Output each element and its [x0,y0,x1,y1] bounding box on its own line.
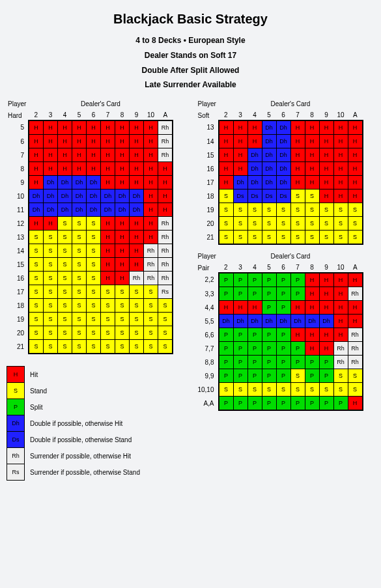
hard-cell: Rh [158,217,173,231]
soft-row-18: 18 [197,189,219,203]
hard-cell: H [44,162,58,176]
hard-cell: H [101,272,115,285]
hard-cell: H [144,231,158,244]
legend-swatch-S: S [7,383,25,399]
player-heading: Player [197,251,219,262]
pair-cell: H [305,301,319,315]
soft-cell: S [219,203,234,217]
hard-cell: S [130,340,144,354]
pair-cell: P [233,287,247,301]
pair-cell: P [233,273,247,287]
dealer-card-6: 6 [87,110,101,120]
dealer-heading: Dealer's Card [29,99,173,110]
pair-cell: S [233,383,247,397]
hard-cell: H [72,148,87,162]
legend-label-S: Stand [25,383,145,399]
soft-cell: Ds [233,189,247,203]
hard-cell: H [87,120,101,135]
hard-cell: S [58,244,72,258]
hard-cell: S [158,299,173,313]
soft-cell: S [290,189,305,203]
soft-cell: H [319,162,333,176]
soft-cell: H [219,148,234,162]
soft-row-17: 17 [197,176,219,189]
legend-table: HHitSStandPSplitDhDouble if possible, ot… [7,366,145,481]
hard-row-9: 9 [7,176,29,189]
hard-cell: S [87,258,101,272]
soft-cell: S [290,231,305,245]
hard-cell: H [130,244,144,258]
soft-cell: H [305,162,319,176]
pair-cell: P [247,369,262,383]
hard-cell: Dh [72,203,87,217]
pair-cell: P [290,273,305,287]
hard-cell: H [101,231,115,244]
dealer-heading: Dealer's Card [219,99,363,110]
hard-cell: S [29,340,44,354]
pair-cell: P [276,397,290,411]
pair-cell: H [290,328,305,342]
soft-cell: H [319,120,333,135]
soft-cell: H [333,189,348,203]
soft-cell: H [305,120,319,135]
dealer-card-9: 9 [319,110,333,120]
pair-cell: S [247,383,262,397]
hard-cell: Rh [158,120,173,135]
pair-cell: Rh [348,328,363,342]
hard-cell: S [44,326,58,340]
hard-cell: S [72,299,87,313]
pair-cell: S [333,383,348,397]
soft-cell: S [333,203,348,217]
legend-swatch-Ds: Ds [7,432,25,448]
hard-cell: S [58,231,72,244]
hard-row-16: 16 [7,272,29,285]
pair-cell: P [233,369,247,383]
dealer-card-7: 7 [290,110,305,120]
pair-cell: P [233,397,247,411]
hard-cell: H [72,120,87,135]
hard-cell: Dh [29,189,44,203]
soft-cell: Dh [262,176,276,189]
soft-cell: S [319,231,333,245]
hard-cell: H [58,120,72,135]
pair-row-4,4: 4,4 [197,301,219,315]
hard-cell: S [58,272,72,285]
hard-cell: S [87,244,101,258]
soft-row-19: 19 [197,203,219,217]
hard-table: PlayerDealer's CardHard2345678910A5HHHHH… [7,99,173,354]
soft-row-16: 16 [197,162,219,176]
soft-cell: H [348,176,363,189]
soft-cell: Ds [276,189,290,203]
pair-cell: P [290,287,305,301]
legend-label-P: Split [25,399,145,415]
hard-type-heading: Hard [7,110,29,120]
soft-cell: S [290,203,305,217]
legend-label-Rs: Surrender if possible, otherwise Stand [25,464,145,481]
pair-cell: P [233,328,247,342]
legend-swatch-Dh: Dh [7,415,25,432]
dealer-card-9: 9 [319,262,333,273]
soft-cell: H [333,162,348,176]
pair-cell: H [319,328,333,342]
hard-cell: H [72,162,87,176]
hard-cell: Dh [101,203,115,217]
hard-cell: Dh [44,176,58,189]
hard-row-14: 14 [7,244,29,258]
hard-cell: S [130,326,144,340]
pair-cell: P [233,342,247,356]
hard-cell: H [158,176,173,189]
soft-cell: H [305,176,319,189]
pair-cell: H [305,342,319,356]
pair-cell: P [276,287,290,301]
hard-cell: S [130,299,144,313]
hard-cell: H [144,203,158,217]
hard-cell: H [101,176,115,189]
soft-cell: Dh [276,120,290,135]
hard-cell: H [130,148,144,162]
hard-cell: S [29,258,44,272]
soft-cell: Ds [247,189,262,203]
soft-cell: H [219,176,234,189]
dealer-card-3: 3 [233,262,247,273]
subtitle-block: 4 to 8 Decks • European Style Dealer Sta… [7,33,374,92]
pair-cell: H [348,273,363,287]
